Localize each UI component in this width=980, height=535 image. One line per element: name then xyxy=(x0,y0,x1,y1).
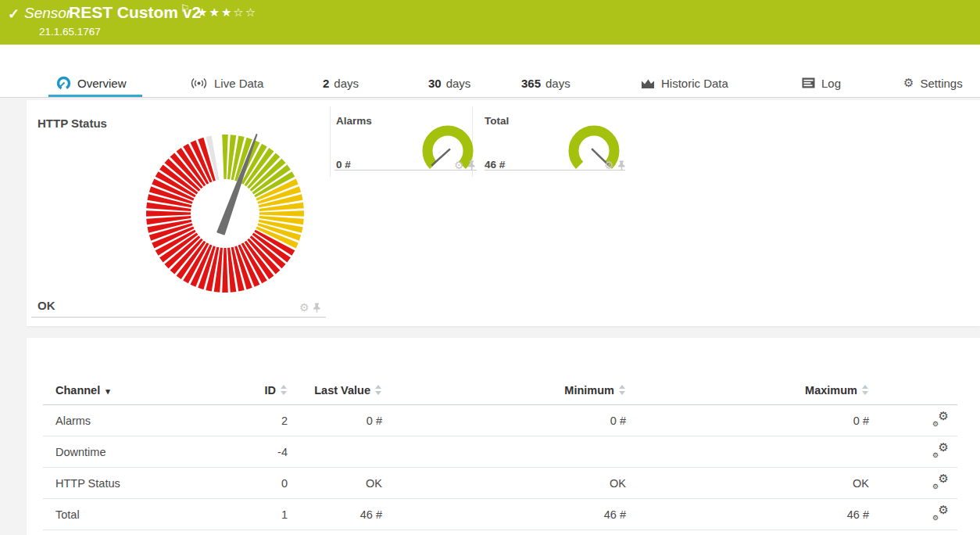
tab-label: Live Data xyxy=(214,77,263,90)
channels-panel: Channel▾ ID Last Value Minimum Maximum A… xyxy=(27,338,980,535)
cell-channel: Alarms xyxy=(43,405,227,436)
tab-overview[interactable]: Overview xyxy=(56,69,127,97)
gauge-settings-icon[interactable]: ⚙︎ xyxy=(454,160,464,171)
cell-id: -4 xyxy=(227,436,293,468)
live-broadcast-icon xyxy=(190,77,208,89)
alarms-gauge-divider xyxy=(334,170,477,171)
sort-arrows-icon xyxy=(281,385,288,395)
cell-channel: Total xyxy=(43,499,227,530)
column-header-minimum[interactable]: Minimum xyxy=(387,375,631,405)
tab-2-days[interactable]: 2 days xyxy=(323,69,359,97)
tab-label: Historic Data xyxy=(661,77,728,90)
cell-actions: ⚙︎⚙︎ xyxy=(874,405,957,436)
tab-number: 30 xyxy=(428,77,442,90)
sort-arrows-icon xyxy=(862,385,869,395)
priority-stars[interactable]: ★★★☆☆ xyxy=(197,5,257,20)
tab-number: 365 xyxy=(521,77,541,90)
status-check-icon: ✓ xyxy=(8,5,20,23)
stars-empty[interactable]: ☆☆ xyxy=(233,5,257,19)
cell-channel: HTTP Status xyxy=(43,468,227,499)
cell-minimum xyxy=(387,436,631,468)
sort-arrows-icon xyxy=(619,385,626,395)
tab-label: Log xyxy=(821,77,841,90)
tab-label: Settings xyxy=(920,77,962,90)
area-chart-icon xyxy=(641,77,655,89)
channel-settings-icon[interactable]: ⚙︎⚙︎ xyxy=(932,443,949,458)
tab-label: days xyxy=(545,77,570,90)
tab-settings[interactable]: ⚙︎ Settings xyxy=(903,69,963,97)
total-gauge-divider xyxy=(485,170,625,171)
cell-maximum: OK xyxy=(631,468,874,499)
pin-icon[interactable] xyxy=(467,160,476,171)
pin-icon[interactable] xyxy=(617,160,626,171)
cell-id: 2 xyxy=(227,405,293,436)
http-status-value: OK xyxy=(38,299,55,312)
cell-actions: ⚙︎⚙︎ xyxy=(874,499,957,530)
column-header-maximum[interactable]: Maximum xyxy=(631,375,874,405)
cell-actions: ⚙︎⚙︎ xyxy=(874,468,957,499)
gauges-panel: HTTP Status OK ⚙︎ Alarms 0 # ⚙︎ Total 46… xyxy=(27,100,980,326)
tab-label: days xyxy=(334,77,359,90)
column-header-id[interactable]: ID xyxy=(227,375,293,405)
cell-minimum: OK xyxy=(387,468,631,499)
channel-settings-icon[interactable]: ⚙︎⚙︎ xyxy=(932,475,949,489)
http-status-gauge xyxy=(133,121,317,306)
cell-last-value: OK xyxy=(293,468,387,499)
total-gauge-actions: ⚙︎ xyxy=(604,160,626,171)
cell-last-value: 46 # xyxy=(293,499,387,530)
object-kind-label: Sensor xyxy=(24,5,71,22)
tab-bar: Overview Live Data 2 days 30 days 365 xyxy=(0,69,980,98)
tab-number: 2 xyxy=(323,77,329,90)
tab-live-data[interactable]: Live Data xyxy=(190,69,263,97)
cell-maximum: 46 # xyxy=(631,499,874,530)
channels-table: Channel▾ ID Last Value Minimum Maximum A… xyxy=(43,375,957,530)
cell-id: 1 xyxy=(227,499,293,530)
total-value: 46 # xyxy=(485,159,505,171)
cell-id: 0 xyxy=(227,468,293,499)
column-header-channel[interactable]: Channel▾ xyxy=(43,375,227,405)
cell-channel: Downtime xyxy=(43,436,227,468)
http-status-gauge-title: HTTP Status xyxy=(38,117,107,130)
tab-historic-data[interactable]: Historic Data xyxy=(641,69,728,97)
log-list-icon xyxy=(802,77,815,88)
http-gauge-actions: ⚙︎ xyxy=(299,302,321,313)
sort-caret-icon: ▾ xyxy=(106,386,110,396)
prtg-sensor-page: ✓ Sensor REST Custom v2 ⚐ ★★★☆☆ 21.1.65.… xyxy=(0,0,980,535)
table-header-row: Channel▾ ID Last Value Minimum Maximum xyxy=(43,375,957,405)
cell-separator xyxy=(330,106,331,177)
cell-last-value xyxy=(293,436,387,468)
gauge-settings-icon[interactable]: ⚙︎ xyxy=(604,160,614,171)
gauge-icon xyxy=(56,76,71,91)
tab-30-days[interactable]: 30 days xyxy=(428,69,470,97)
channel-settings-icon[interactable]: ⚙︎⚙︎ xyxy=(932,506,949,520)
table-row-http-status: HTTP Status 0 OK OK OK ⚙︎⚙︎ xyxy=(43,468,957,499)
tab-label: Overview xyxy=(77,77,127,90)
cell-minimum: 46 # xyxy=(387,499,631,530)
column-header-actions xyxy=(874,375,957,405)
alarms-gauge-actions: ⚙︎ xyxy=(454,160,476,171)
gear-icon: ⚙︎ xyxy=(903,76,914,90)
table-row-downtime: Downtime -4 ⚙︎⚙︎ xyxy=(43,436,957,468)
stars-filled[interactable]: ★★★ xyxy=(197,5,233,19)
tab-log[interactable]: Log xyxy=(802,69,841,97)
total-gauge-title: Total xyxy=(485,115,509,127)
pin-icon[interactable] xyxy=(313,303,321,313)
channel-settings-icon[interactable]: ⚙︎⚙︎ xyxy=(932,412,949,426)
sensor-status-banner: ✓ Sensor REST Custom v2 ⚐ ★★★☆☆ 21.1.65.… xyxy=(0,0,980,45)
column-header-last-value[interactable]: Last Value xyxy=(293,375,387,405)
alarms-gauge-title: Alarms xyxy=(336,115,372,127)
cell-maximum: 0 # xyxy=(631,405,874,436)
tab-365-days[interactable]: 365 days xyxy=(521,69,570,97)
flag-icon[interactable]: ⚐ xyxy=(181,2,190,14)
tab-label: days xyxy=(446,77,471,90)
cell-maximum xyxy=(631,436,874,468)
cell-minimum: 0 # xyxy=(387,405,631,436)
sort-arrows-icon xyxy=(375,385,382,395)
table-row-alarms: Alarms 2 0 # 0 # 0 # ⚙︎⚙︎ xyxy=(43,405,957,436)
gauge-settings-icon[interactable]: ⚙︎ xyxy=(299,302,309,313)
http-gauge-divider xyxy=(31,317,326,318)
cell-last-value: 0 # xyxy=(293,405,387,436)
cell-actions: ⚙︎⚙︎ xyxy=(874,436,957,468)
alarms-value: 0 # xyxy=(336,159,351,171)
table-row-total: Total 1 46 # 46 # 46 # ⚙︎⚙︎ xyxy=(43,499,957,530)
